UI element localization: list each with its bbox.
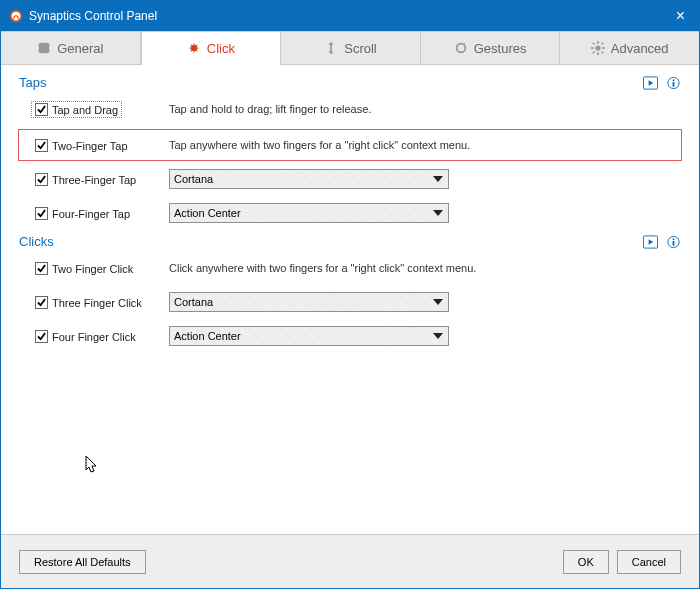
video-demo-icon[interactable]: [643, 76, 658, 90]
tab-label: Click: [207, 41, 235, 56]
select-three-finger-tap[interactable]: Cortana: [169, 169, 449, 189]
checkbox-label: Three-Finger Tap: [52, 174, 136, 186]
checkbox-label: Four-Finger Tap: [52, 208, 130, 220]
click-icon: [187, 41, 201, 55]
close-icon[interactable]: ×: [670, 7, 691, 25]
titlebar[interactable]: Synaptics Control Panel ×: [1, 1, 699, 31]
row-three-finger-tap: Three-Finger Tap Cortana: [19, 166, 681, 192]
checkbox-three-finger-tap[interactable]: Three-Finger Tap: [31, 171, 140, 188]
tab-general[interactable]: General: [1, 31, 141, 64]
svg-line-11: [601, 43, 603, 45]
row-tap-and-drag: Tap and Drag Tap and hold to drag; lift …: [19, 96, 681, 122]
select-four-finger-tap[interactable]: Action Center: [169, 203, 449, 223]
svg-line-8: [593, 43, 595, 45]
synaptics-logo-icon: [9, 9, 23, 23]
row-four-finger-click: Four Finger Click Action Center: [19, 323, 681, 349]
tab-label: Scroll: [344, 41, 377, 56]
mouse-cursor-icon: [85, 455, 99, 475]
checkbox-two-finger-click[interactable]: Two Finger Click: [31, 260, 137, 277]
svg-rect-1: [39, 43, 50, 54]
video-demo-icon[interactable]: [643, 235, 658, 249]
checkbox-label: Two Finger Click: [52, 263, 133, 275]
check-icon: [37, 209, 46, 218]
checkbox-label: Four Finger Click: [52, 331, 136, 343]
tab-label: Advanced: [611, 41, 669, 56]
checkbox-label: Tap and Drag: [52, 104, 118, 116]
scroll-icon: [324, 41, 338, 55]
row-description: Tap anywhere with two fingers for a "rig…: [149, 139, 681, 151]
general-icon: [37, 41, 51, 55]
checkbox-tap-and-drag[interactable]: Tap and Drag: [31, 101, 122, 118]
restore-defaults-button[interactable]: Restore All Defaults: [19, 550, 146, 574]
window-title: Synaptics Control Panel: [29, 9, 157, 23]
ok-button[interactable]: OK: [563, 550, 609, 574]
select-four-finger-click[interactable]: Action Center: [169, 326, 449, 346]
content-area: Taps Tap and Drag Tap and hold to drag; …: [1, 65, 699, 533]
section-title: Clicks: [19, 234, 54, 249]
checkbox-three-finger-click[interactable]: Three Finger Click: [31, 294, 146, 311]
section-title: Taps: [19, 75, 46, 90]
checkbox-four-finger-tap[interactable]: Four-Finger Tap: [31, 205, 134, 222]
svg-rect-15: [673, 82, 675, 87]
window: Synaptics Control Panel × General Click …: [0, 0, 700, 589]
row-two-finger-click: Two Finger Click Click anywhere with two…: [19, 255, 681, 281]
section-header-clicks: Clicks: [19, 234, 681, 249]
check-icon: [37, 105, 46, 114]
row-description: Tap and hold to drag; lift finger to rel…: [149, 103, 681, 115]
footer: Restore All Defaults OK Cancel: [1, 534, 699, 588]
check-icon: [37, 332, 46, 341]
svg-point-2: [456, 44, 465, 53]
check-icon: [37, 141, 46, 150]
checkbox-label: Two-Finger Tap: [52, 140, 128, 152]
check-icon: [37, 298, 46, 307]
svg-line-10: [593, 52, 595, 54]
svg-line-9: [601, 52, 603, 54]
row-four-finger-tap: Four-Finger Tap Action Center: [19, 200, 681, 226]
tab-advanced[interactable]: Advanced: [560, 31, 699, 64]
svg-point-18: [673, 238, 675, 240]
checkbox-label: Three Finger Click: [52, 297, 142, 309]
check-icon: [37, 175, 46, 184]
svg-point-3: [595, 45, 600, 50]
info-icon[interactable]: [666, 235, 681, 249]
checkbox-four-finger-click[interactable]: Four Finger Click: [31, 328, 140, 345]
cancel-button[interactable]: Cancel: [617, 550, 681, 574]
checkbox-two-finger-tap[interactable]: Two-Finger Tap: [31, 137, 132, 154]
svg-rect-19: [673, 241, 675, 246]
info-icon[interactable]: [666, 76, 681, 90]
tab-label: General: [57, 41, 103, 56]
svg-point-14: [673, 79, 675, 81]
row-description: Click anywhere with two fingers for a "r…: [149, 262, 681, 274]
tab-gestures[interactable]: Gestures: [421, 31, 561, 64]
row-three-finger-click: Three Finger Click Cortana: [19, 289, 681, 315]
tab-bar: General Click Scroll Gestures Advanced: [1, 31, 699, 65]
gestures-icon: [454, 41, 468, 55]
check-icon: [37, 264, 46, 273]
tab-label: Gestures: [474, 41, 527, 56]
section-header-taps: Taps: [19, 75, 681, 90]
tab-click[interactable]: Click: [141, 31, 282, 64]
select-three-finger-click[interactable]: Cortana: [169, 292, 449, 312]
tab-scroll[interactable]: Scroll: [281, 31, 421, 64]
gear-icon: [591, 41, 605, 55]
row-two-finger-tap: Two-Finger Tap Tap anywhere with two fin…: [19, 130, 681, 160]
